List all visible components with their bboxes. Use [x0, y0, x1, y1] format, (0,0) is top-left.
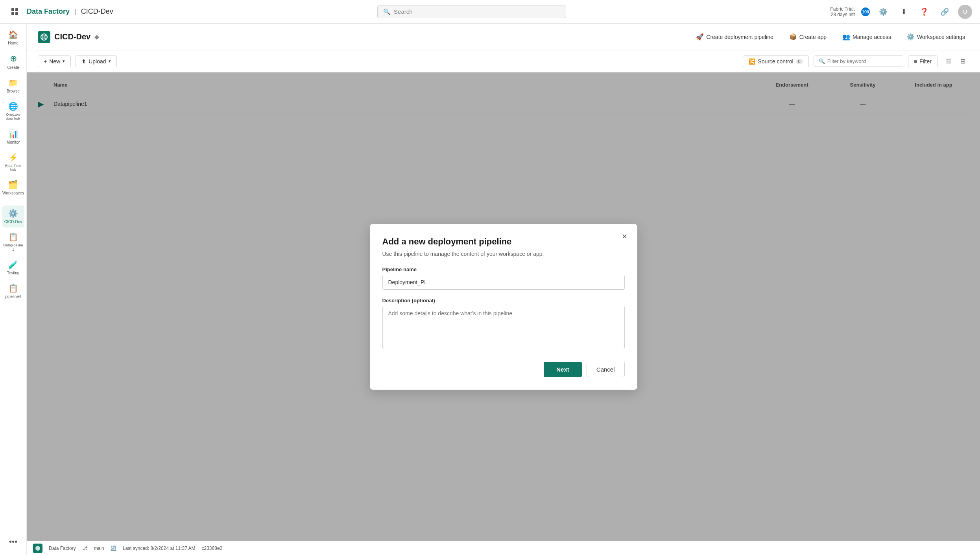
- topbar: Data Factory | CICD-Dev 🔍 Fabric Trial: …: [0, 0, 980, 24]
- cicddev-icon: ⚙️: [8, 209, 18, 218]
- pipeline-name-input[interactable]: [382, 275, 625, 290]
- upload-button[interactable]: ⬆ Upload ▾: [76, 56, 116, 67]
- new-chevron-icon: ▾: [63, 59, 65, 64]
- new-button[interactable]: + New ▾: [38, 56, 71, 67]
- trial-badge: Fabric Trial: 28 days left: [830, 6, 855, 17]
- sidebar-item-datapipeline1[interactable]: 📋 Datapipeline 1: [2, 229, 24, 255]
- sidebar-item-cicddev[interactable]: ⚙️ CICD-Dev: [2, 205, 24, 228]
- workspace-header: CICD-Dev ◆ 🚀 Create deployment pipeline …: [27, 24, 980, 50]
- svg-rect-3: [15, 12, 18, 15]
- onelake-icon: 🌐: [8, 102, 18, 111]
- create-icon: ⊕: [10, 54, 17, 64]
- upload-icon: ⬆: [81, 58, 86, 65]
- sidebar-label-home: Home: [8, 41, 18, 46]
- sidebar-item-browse[interactable]: 📁 Browse: [2, 75, 24, 97]
- workspace-header-left: CICD-Dev ◆: [38, 31, 99, 43]
- trial-days: 28 days left: [831, 12, 855, 17]
- monitor-icon: 📊: [8, 129, 18, 139]
- sidebar-label-testing: Testing: [7, 271, 20, 276]
- sidebar-bottom: •••: [6, 535, 20, 552]
- sidebar-item-workspaces[interactable]: 🗂️ Workspaces: [2, 177, 24, 199]
- description-group: Description (optional): [382, 298, 625, 351]
- separator: |: [74, 7, 76, 16]
- sidebar-item-monitor[interactable]: 📊 Monitor: [2, 126, 24, 148]
- last-synced: Last synced: 8/2/2024 at 11:37 AM: [123, 546, 196, 551]
- realtime-icon: ⚡: [8, 153, 18, 162]
- filter-lines-icon: ≡: [914, 58, 917, 65]
- workspace-icon: [38, 31, 50, 43]
- pipeline-name-label: Pipeline name: [382, 266, 625, 272]
- sidebar-label-monitor: Monitor: [7, 140, 20, 145]
- branch-icon: ⎇: [82, 546, 88, 551]
- list-view-button[interactable]: ☰: [942, 55, 955, 68]
- create-deployment-btn[interactable]: 🚀 Create deployment pipeline: [692, 31, 777, 43]
- source-control-badge: 0: [796, 59, 803, 64]
- sidebar-label-onelake: OneLake data hub: [4, 113, 23, 121]
- download-icon[interactable]: ⬇: [897, 5, 911, 19]
- grid-view-button[interactable]: ⊞: [956, 55, 969, 68]
- sidebar-divider: [6, 202, 21, 202]
- manage-access-btn[interactable]: 👥 Manage access: [838, 31, 895, 43]
- toolbar: + New ▾ ⬆ Upload ▾ 🔀 Source control 0 🔍: [27, 50, 980, 72]
- status-bar: Data Factory ⎇ main 🔄 Last synced: 8/2/2…: [27, 541, 980, 555]
- more-icon[interactable]: •••: [6, 535, 20, 549]
- datafactory-status-icon: [33, 544, 42, 553]
- avatar[interactable]: U: [958, 5, 972, 19]
- main-layout: 🏠 Home ⊕ Create 📁 Browse 🌐 OneLake data …: [0, 24, 980, 555]
- workspace-header-right: 🚀 Create deployment pipeline 📦 Create ap…: [692, 31, 969, 43]
- manage-icon: 👥: [842, 33, 850, 41]
- upload-chevron-icon: ▾: [109, 59, 111, 64]
- workspace-settings-btn[interactable]: ⚙️ Workspace settings: [903, 31, 969, 43]
- modal-close-button[interactable]: ✕: [619, 231, 630, 242]
- sidebar-label-pipeline4: pipeline4: [5, 294, 21, 299]
- sidebar-item-realtime[interactable]: ⚡ Real-Time hub: [2, 150, 24, 176]
- sidebar-label-cicddev: CICD-Dev: [4, 220, 22, 224]
- sidebar-item-create[interactable]: ⊕ Create: [2, 50, 24, 73]
- sidebar-item-pipeline4[interactable]: 📋 pipeline4: [2, 280, 24, 302]
- content-area: CICD-Dev ◆ 🚀 Create deployment pipeline …: [27, 24, 980, 555]
- sidebar-label-browse: Browse: [7, 89, 20, 94]
- topbar-right: Fabric Trial: 28 days left 100 ⚙️ ⬇ ❓ 🔗 …: [830, 5, 972, 19]
- sync-icon: 🔄: [111, 546, 116, 551]
- sidebar-label-realtime: Real-Time hub: [4, 164, 23, 172]
- svg-rect-0: [11, 8, 14, 11]
- new-label: New: [49, 58, 60, 65]
- filter-keyword-input[interactable]: [827, 58, 898, 64]
- workspace-settings-label: Workspace settings: [917, 34, 965, 40]
- plus-icon: +: [44, 58, 47, 65]
- source-control-button[interactable]: 🔀 Source control 0: [743, 56, 808, 67]
- sidebar: 🏠 Home ⊕ Create 📁 Browse 🌐 OneLake data …: [0, 24, 27, 555]
- view-toggle: ☰ ⊞: [942, 55, 969, 68]
- topbar-center: 🔍: [120, 6, 824, 18]
- settings-icon[interactable]: ⚙️: [876, 5, 890, 19]
- network-icon[interactable]: 🔗: [938, 5, 952, 19]
- help-icon[interactable]: ❓: [917, 5, 931, 19]
- modal-overlay: ✕ Add a new deployment pipeline Use this…: [27, 72, 980, 541]
- svg-rect-2: [11, 12, 14, 15]
- sidebar-item-home[interactable]: 🏠 Home: [2, 27, 24, 49]
- testing-icon: 🧪: [8, 260, 18, 269]
- sidebar-item-onelake[interactable]: 🌐 OneLake data hub: [2, 98, 24, 124]
- topbar-left: Data Factory | CICD-Dev: [8, 5, 113, 19]
- pipeline-name-group: Pipeline name: [382, 266, 625, 290]
- description-textarea[interactable]: [382, 306, 625, 349]
- modal-dialog: ✕ Add a new deployment pipeline Use this…: [370, 224, 637, 390]
- toolbar-right: 🔀 Source control 0 🔍 ≡ Filter ☰ ⊞: [743, 55, 969, 68]
- description-label: Description (optional): [382, 298, 625, 303]
- apps-grid-icon[interactable]: [8, 5, 22, 19]
- workspaces-icon: 🗂️: [8, 180, 18, 189]
- svg-point-5: [35, 546, 40, 551]
- svg-rect-1: [15, 8, 18, 11]
- modal-footer: Next Cancel: [382, 362, 625, 377]
- app-name: Data Factory: [27, 7, 70, 16]
- filter-input-wrapper[interactable]: 🔍: [814, 56, 903, 67]
- next-button[interactable]: Next: [544, 362, 582, 377]
- topbar-workspace: CICD-Dev: [81, 7, 113, 16]
- sidebar-item-testing[interactable]: 🧪 Testing: [2, 257, 24, 279]
- create-app-btn[interactable]: 📦 Create app: [785, 31, 831, 43]
- search-input[interactable]: [394, 8, 560, 15]
- branch-name: main: [94, 546, 104, 551]
- filter-button[interactable]: ≡ Filter: [908, 56, 938, 67]
- cancel-button[interactable]: Cancel: [587, 362, 625, 377]
- search-bar[interactable]: 🔍: [377, 6, 566, 18]
